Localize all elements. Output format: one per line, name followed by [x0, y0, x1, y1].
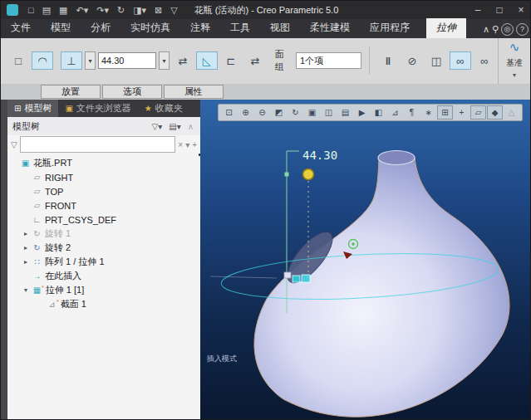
tree-item-insert-here[interactable]: →在此插入 [7, 269, 200, 283]
attached-preview-button[interactable]: ∞ [450, 51, 471, 70]
tab-options[interactable]: 选项 [102, 85, 162, 99]
tree-item-extrude-1[interactable]: ▾▦*拉伸 1 [1] [7, 283, 200, 297]
remove-material-button[interactable]: ◺ [196, 51, 218, 70]
thicken-sketch-button[interactable]: ⊏ [220, 51, 242, 70]
flip-direction-button[interactable]: ⇄ [172, 51, 194, 70]
undo-icon[interactable]: ↶▾ [72, 4, 91, 17]
separate-preview-button[interactable]: ◫ [425, 51, 447, 70]
datum-display-icon[interactable]: ⊿ [387, 105, 403, 120]
help-icon[interactable]: ? [516, 23, 529, 36]
sketch-handle[interactable] [284, 272, 291, 278]
flip-material-side-button[interactable]: ⇄ [244, 51, 266, 70]
expand-icon[interactable]: ▸ [21, 244, 31, 252]
tab-annotate[interactable]: 注释 [180, 18, 220, 38]
zoom-out-icon[interactable]: ⊖ [254, 105, 270, 120]
tree-search-input[interactable] [20, 136, 176, 153]
close-button[interactable]: × [510, 1, 531, 19]
tree-item-csys[interactable]: ∟PRT_CSYS_DEF [7, 212, 200, 227]
tab-view[interactable]: 视图 [260, 18, 300, 38]
tab-extrude-active[interactable]: 拉伸 [426, 18, 466, 38]
depth-type-dropdown[interactable]: ▾ [85, 51, 96, 70]
tab-placement[interactable]: 放置 [41, 85, 101, 99]
expand-icon[interactable]: ▸ [21, 230, 31, 237]
navigator-sash[interactable] [1, 100, 7, 420]
search-dropdown-icon[interactable]: ▾ [185, 140, 189, 149]
save-icon[interactable]: ▦ [56, 4, 71, 17]
section-view-icon[interactable]: ▶ [354, 105, 370, 120]
tab-properties[interactable]: 属性 [164, 85, 224, 99]
plane-tag-icon[interactable]: ▱ [470, 105, 486, 120]
display-style-icon[interactable]: ◫ [321, 105, 337, 120]
datum-dropdown-icon[interactable]: ▾ [513, 71, 516, 79]
sketch-handle[interactable] [302, 275, 310, 282]
no-preview-button[interactable]: ⊘ [401, 51, 423, 70]
clear-search-icon[interactable]: × [178, 140, 183, 149]
tree-item-section-1[interactable]: ⊿*截面 1 [7, 297, 200, 311]
tab-tools[interactable]: 工具 [220, 18, 260, 38]
spin-center-icon[interactable]: ◆ [487, 105, 503, 120]
quilt-collector[interactable]: 1个项 [296, 52, 361, 69]
refit-icon[interactable]: ⊡ [221, 105, 237, 120]
vase-body[interactable] [254, 158, 509, 417]
sketch-display-icon[interactable]: △ [504, 105, 519, 120]
verify-button[interactable]: ∞ [474, 51, 495, 70]
solid-button[interactable]: □ [7, 51, 29, 70]
repaint-icon[interactable]: ◩ [271, 105, 287, 120]
collapse-icon[interactable]: ▾ [21, 286, 31, 294]
tab-file[interactable]: 文件 [1, 18, 41, 38]
resources-icon[interactable]: ◎ [501, 23, 514, 36]
open-file-icon[interactable]: ▤ [39, 4, 54, 17]
app-icon[interactable] [7, 4, 18, 16]
axis-tag-icon[interactable]: + [454, 105, 470, 120]
collapse-panel-icon[interactable]: ∧ [188, 122, 194, 131]
tab-model[interactable]: 模型 [41, 18, 81, 38]
tab-live-sim[interactable]: 实时仿真 [120, 18, 180, 38]
maximize-button[interactable]: □ [489, 1, 510, 19]
redo-icon[interactable]: ↷▾ [93, 4, 112, 17]
graphics-viewport[interactable]: 44.30 插入模式 ⊡ ⊕ ⊖ ◩ ↻ ▣ ◫ ▤ ▶ ◧ ⊿ ¶ [200, 100, 531, 420]
tree-item-part[interactable]: ▣花瓶.PRT [7, 156, 200, 170]
tree-item-revolve-1[interactable]: ▸↻旋转 1 [7, 227, 200, 241]
regen-marker: * [42, 285, 44, 291]
tab-folder-browser[interactable]: ▣ 文件夹浏览器 [58, 100, 137, 117]
depth-type-button[interactable]: ⊥ [61, 51, 82, 70]
tab-favorites[interactable]: ★ 收藏夹 [138, 100, 189, 117]
collapse-ribbon-icon[interactable]: ∧ [483, 24, 489, 35]
minimize-button[interactable]: – [467, 1, 489, 19]
tree-item-top-plane[interactable]: ▱TOP [7, 184, 200, 198]
tab-analysis[interactable]: 分析 [81, 18, 120, 38]
regenerate-icon[interactable]: ↻ [114, 4, 128, 17]
drag-handle[interactable] [303, 169, 314, 180]
surface-button[interactable]: ◠ [32, 51, 53, 70]
depth-value-input[interactable] [98, 52, 156, 69]
spin-icon[interactable]: ↻ [288, 105, 303, 120]
tree-filters-icon[interactable]: ▽▾ [151, 122, 162, 131]
search-icon[interactable]: ⚲ [492, 24, 499, 35]
tree-item-revolve-2[interactable]: ▸↻旋转 2 [7, 241, 200, 255]
expand-icon[interactable]: ▸ [21, 258, 31, 266]
perspective-icon[interactable]: ◧ [371, 105, 386, 120]
customize-icon[interactable]: ▽ [167, 4, 180, 17]
model-display-icon[interactable]: ◨▾ [130, 4, 150, 17]
dimension-value[interactable]: 44.30 [302, 149, 337, 162]
tab-applications[interactable]: 应用程序 [360, 18, 420, 38]
tab-model-tree[interactable]: ⊞ 模型树 [7, 100, 58, 117]
sketch-handle[interactable] [293, 276, 300, 282]
tree-columns-icon[interactable]: ▤▾ [169, 122, 180, 131]
tree-item-front-plane[interactable]: ▱FRONT [7, 198, 200, 212]
capture-icon[interactable]: ▤ [337, 105, 353, 120]
tab-flex-model[interactable]: 柔性建模 [300, 18, 360, 38]
saved-views-icon[interactable]: ▣ [304, 105, 320, 120]
close-window-icon[interactable]: ⊠ [151, 4, 165, 17]
annotation-display-icon[interactable]: ¶ [404, 105, 420, 120]
tree-item-pattern[interactable]: ▸∷阵列 1 / 拉伸 1 [7, 255, 200, 269]
zoom-in-icon[interactable]: ⊕ [238, 105, 253, 120]
depth-value-dropdown[interactable]: ▾ [159, 51, 170, 70]
pause-button[interactable]: ‖ [377, 51, 399, 70]
datum-group[interactable]: ∿ 基准 ▾ [498, 38, 530, 84]
tree-item-right-plane[interactable]: ▱RIGHT [7, 170, 200, 184]
csys-tag-icon[interactable]: ⊞ [437, 105, 453, 120]
add-filter-icon[interactable]: + [192, 140, 197, 149]
point-tag-icon[interactable]: ∗ [420, 105, 436, 120]
new-file-icon[interactable]: □ [25, 4, 37, 16]
